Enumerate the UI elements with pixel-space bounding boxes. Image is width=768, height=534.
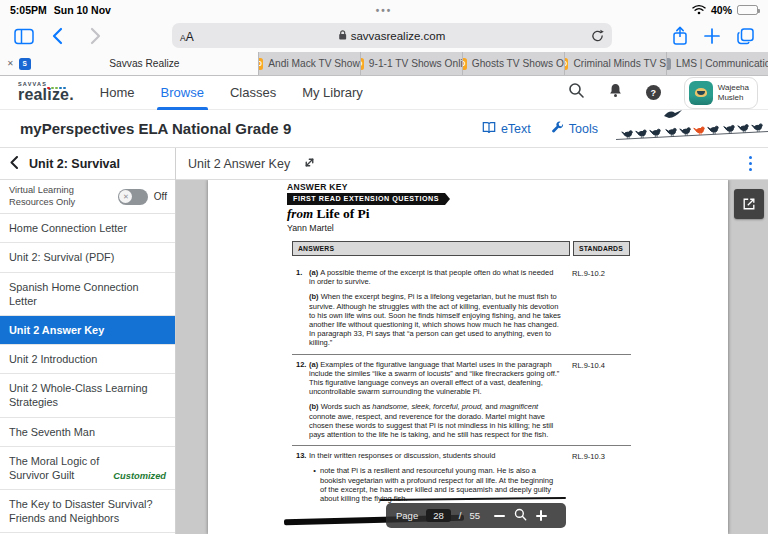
tab-label: Andi Mack TV Show... [268,58,360,69]
sidebar-title: Unit 2: Survival [29,157,120,171]
toggle-label: Virtual Learning Resources Only [9,185,112,208]
answer-paragraph: (b) When the excerpt begins, Pi is a lif… [309,292,561,347]
nav-classes[interactable]: Classes [230,76,276,110]
sidebar-items: Home Connection LetterUnit 2: Survival (… [0,214,175,534]
lock-icon [339,30,347,42]
expand-icon[interactable] [303,155,316,173]
browser-tab-criminal-minds-tv-s[interactable]: HDCriminal Minds TV S... [564,52,666,75]
battery-percent: 40% [711,4,732,16]
notifications-bell-icon[interactable] [608,82,623,103]
lesson-sidebar: Unit 2: Survival Virtual Learning Resour… [0,148,176,534]
browser-tab-lms-communication[interactable]: SLMS | Communication [666,52,768,75]
standard-code: RL.9-10.4 [572,360,605,440]
tab-label: Ghosts TV Shows O... [472,58,564,69]
browser-tab-ghosts-tv-shows-o[interactable]: HDGhosts TV Shows O... [462,52,564,75]
total-pages: 55 [469,510,480,521]
tab-favicon: HD [258,58,263,70]
birds-on-wire-illustration [612,108,768,150]
nav-home[interactable]: Home [100,76,135,110]
savvas-realize-logo[interactable]: SAVVAS realize. [18,82,74,104]
main-nav: HomeBrowseClassesMy Library [100,76,363,110]
nav-my-library[interactable]: My Library [302,76,363,110]
tab-label: 9-1-1 TV Shows Onli... [369,58,462,69]
share-icon[interactable] [672,26,688,46]
etext-button[interactable]: eText [482,121,531,137]
sidebar-item-label: The Seventh Man [9,425,166,439]
back-button[interactable] [52,27,63,45]
answer-body: In their written responses or discussion… [309,451,561,503]
forward-button[interactable] [90,27,101,45]
wrench-icon [551,121,564,137]
tab-favicon: HD [462,58,467,70]
book-icon [482,121,496,137]
answer-number: 12. [292,360,309,440]
sidebar-item-label: Spanish Home Connection Letter [9,280,166,308]
document-title: Unit 2 Answer Key [188,157,290,171]
sidebar-item-label: Unit 2 Answer Key [9,323,166,337]
refresh-icon[interactable] [591,29,604,43]
answer-paragraph: In their written responses or discussion… [309,451,561,460]
sidebar-toggle-icon[interactable] [14,28,34,45]
tab-label: Savvas Realize [109,58,179,69]
address-bar[interactable]: AA savvasrealize.com [172,23,612,48]
tab-label: Criminal Minds TV S... [573,58,666,69]
back-chevron-icon[interactable] [10,156,18,172]
main-panel: Unit 2 Answer Key ANSWER KEY FIRST READ … [176,148,768,534]
battery-icon [737,5,758,15]
nav-browse[interactable]: Browse [161,76,204,110]
zoom-in-icon[interactable] [536,510,547,521]
toggle-state: Off [154,191,167,202]
pdf-heading: ANSWER KEY [287,182,348,192]
course-title: myPerspectives ELA National Grade 9 [20,120,291,137]
sidebar-item-unit-2-answer-key[interactable]: Unit 2 Answer Key [0,316,175,345]
pdf-section-banner: FIRST READ EXTENSION QUESTIONS [287,193,445,205]
sidebar-item-home-connection-letter[interactable]: Home Connection Letter [0,214,175,243]
browser-tab-9-1-1-tv-shows-onli[interactable]: HD9-1-1 TV Shows Onli... [360,52,462,75]
course-bar: myPerspectives ELA National Grade 9 eTex… [0,110,768,148]
tab-overview-icon[interactable] [737,28,754,45]
url-text: savvasrealize.com [351,30,446,42]
virtual-resources-toggle[interactable]: ✕ [118,189,148,205]
new-tab-icon[interactable] [704,28,720,44]
tab-favicon: HD [360,58,364,70]
answer-number: 1. [292,268,309,348]
more-options-menu-icon[interactable] [745,154,757,174]
sidebar-header: Unit 2: Survival [0,148,175,180]
virtual-resources-toggle-row: Virtual Learning Resources Only ✕ Off [0,180,175,214]
pdf-page: ANSWER KEY FIRST READ EXTENSION QUESTION… [208,180,728,534]
customized-badge: Customized [113,470,166,482]
sidebar-item-unit-2-survival-pdf[interactable]: Unit 2: Survival (PDF) [0,243,175,272]
status-ellipsis: ••• [376,5,393,16]
sidebar-item-the-seventh-man[interactable]: The Seventh Man [0,418,175,447]
status-date: Sun 10 Nov [54,4,111,16]
sidebar-item-spanish-home-connection-letter[interactable]: Spanish Home Connection Letter [0,273,175,316]
reader-options-button[interactable]: AA [180,27,194,45]
open-annotation-tools-button[interactable] [734,189,764,219]
answer-body: (a) Examples of the figurative language … [309,360,561,440]
zoom-out-icon[interactable] [494,515,505,517]
tab-label: LMS | Communication [676,58,768,69]
tab-favicon: S [666,58,671,70]
magnifier-icon[interactable] [514,507,527,525]
browser-tab-andi-mack-tv-show[interactable]: HDAndi Mack TV Show... [258,52,360,75]
sidebar-item-unit-2-introduction[interactable]: Unit 2 Introduction [0,345,175,374]
standard-code: RL.9-10.2 [572,268,605,348]
sidebar-item-the-key-to-disaster-survival-friends-and-neighbors[interactable]: The Key to Disaster Survival? Friends an… [0,490,175,533]
current-page-input[interactable]: 28 [426,509,451,522]
user-menu[interactable]: Wajeeha Musleh [684,77,758,109]
answer-paragraph: (a) Examples of the figurative language … [309,360,561,397]
sidebar-item-the-moral-logic-of-survivor-guilt[interactable]: The Moral Logic of Survivor GuiltCustomi… [0,447,175,490]
tools-button[interactable]: Tools [551,121,598,137]
pdf-table-header: ANSWERS STANDARDS [292,241,630,256]
help-icon[interactable]: ? [646,85,661,100]
sidebar-item-unit-2-whole-class-learning-strategies[interactable]: Unit 2 Whole-Class Learning Strategies [0,374,175,417]
avatar [689,81,713,105]
browser-tab-savvas-realize[interactable]: ✕SSavvas Realize [0,52,258,75]
answer-body: (a) A possible theme of the excerpt is t… [309,268,561,348]
answer-row: 12.(a) Examples of the figurative langua… [292,355,631,447]
sidebar-item-label: Unit 2 Introduction [9,352,166,366]
tab-favicon: HD [564,58,568,70]
tab-close-icon[interactable]: ✕ [7,59,14,68]
search-icon[interactable] [568,82,585,103]
answer-paragraph: (a) A possible theme of the excerpt is t… [309,268,561,286]
